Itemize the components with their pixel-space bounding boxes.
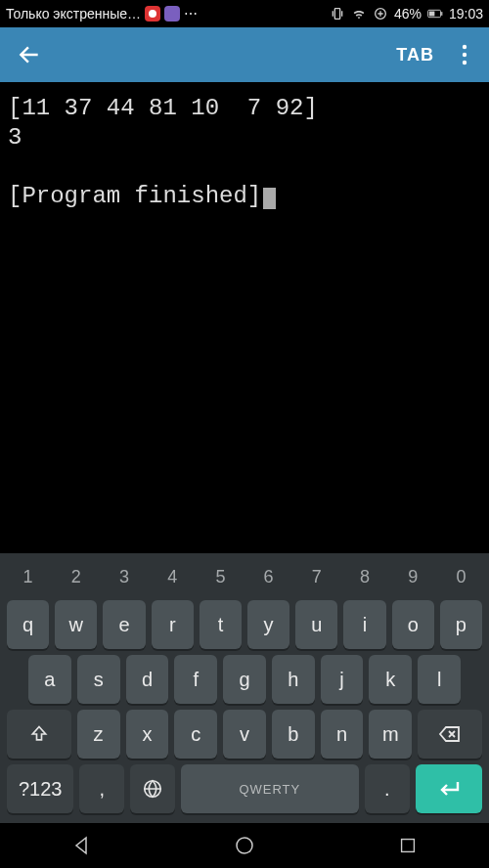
key-q[interactable]: q	[7, 600, 49, 649]
key-0[interactable]: 0	[440, 559, 482, 594]
key-2[interactable]: 2	[55, 559, 97, 594]
svg-rect-3	[441, 12, 442, 16]
key-v[interactable]: v	[223, 710, 266, 759]
key-x[interactable]: x	[126, 710, 169, 759]
key-d[interactable]: d	[126, 655, 169, 704]
more-notifications-icon: ⋯	[184, 6, 199, 22]
language-key[interactable]	[130, 764, 175, 813]
shift-key[interactable]	[7, 710, 71, 759]
key-h[interactable]: h	[272, 655, 315, 704]
key-t[interactable]: t	[200, 600, 242, 649]
key-e[interactable]: e	[103, 600, 145, 649]
terminal-output[interactable]: [11 37 44 81 10 7 92] 3 [Program finishe…	[0, 82, 489, 553]
svg-point-5	[463, 45, 467, 49]
key-6[interactable]: 6	[247, 559, 289, 594]
clock: 19:03	[449, 6, 483, 22]
key-l[interactable]: l	[418, 655, 461, 704]
nav-home-button[interactable]	[215, 826, 274, 865]
key-c[interactable]: c	[174, 710, 217, 759]
data-saver-icon	[373, 6, 388, 22]
svg-rect-10	[401, 840, 414, 852]
key-a[interactable]: a	[28, 655, 71, 704]
key-z[interactable]: z	[77, 710, 120, 759]
key-j[interactable]: j	[321, 655, 364, 704]
terminal-line: [11 37 44 81 10 7 92]	[8, 95, 318, 121]
key-5[interactable]: 5	[200, 559, 242, 594]
key-k[interactable]: k	[369, 655, 412, 704]
nav-back-button[interactable]	[52, 826, 111, 865]
terminal-cursor	[263, 188, 276, 209]
wifi-icon	[351, 6, 367, 22]
key-o[interactable]: o	[392, 600, 434, 649]
period-key[interactable]: .	[365, 764, 410, 813]
key-m[interactable]: m	[369, 710, 412, 759]
nav-recents-button[interactable]	[378, 826, 437, 865]
app-bar: TAB	[0, 27, 489, 82]
vibrate-icon	[330, 6, 345, 22]
android-nav-bar	[0, 823, 489, 868]
svg-point-9	[237, 838, 252, 853]
battery-percent: 46%	[394, 6, 422, 22]
terminal-line: 3	[8, 124, 22, 151]
key-7[interactable]: 7	[295, 559, 337, 594]
spacebar[interactable]: QWERTY	[181, 764, 359, 813]
overflow-menu-button[interactable]	[450, 35, 479, 74]
enter-key[interactable]	[416, 764, 482, 813]
soft-keyboard: 1234567890 qwertyuiop asdfghjkl zxcvbnm …	[0, 553, 489, 823]
back-button[interactable]	[10, 35, 49, 74]
notification-icon	[145, 6, 160, 22]
key-f[interactable]: f	[174, 655, 217, 704]
notification-icon-2	[164, 6, 180, 22]
tab-button[interactable]: TAB	[388, 39, 442, 71]
key-g[interactable]: g	[223, 655, 266, 704]
key-i[interactable]: i	[343, 600, 385, 649]
backspace-key[interactable]	[418, 710, 482, 759]
key-9[interactable]: 9	[392, 559, 434, 594]
key-p[interactable]: p	[440, 600, 482, 649]
svg-point-7	[463, 61, 467, 65]
key-u[interactable]: u	[295, 600, 337, 649]
status-bar: Только экстренные… ⋯ 46% 19:03	[0, 0, 489, 27]
key-y[interactable]: y	[247, 600, 289, 649]
key-3[interactable]: 3	[103, 559, 145, 594]
carrier-text: Только экстренные…	[6, 6, 141, 22]
terminal-line: [Program finished]	[8, 183, 261, 209]
key-8[interactable]: 8	[343, 559, 385, 594]
key-r[interactable]: r	[152, 600, 194, 649]
key-4[interactable]: 4	[152, 559, 194, 594]
key-w[interactable]: w	[55, 600, 97, 649]
svg-rect-4	[429, 12, 435, 17]
key-s[interactable]: s	[77, 655, 120, 704]
key-b[interactable]: b	[272, 710, 315, 759]
key-1[interactable]: 1	[7, 559, 49, 594]
svg-rect-0	[334, 9, 339, 20]
key-n[interactable]: n	[321, 710, 364, 759]
symbols-key[interactable]: ?123	[7, 764, 73, 813]
svg-point-6	[463, 53, 467, 57]
battery-icon	[427, 6, 443, 22]
comma-key[interactable]: ,	[79, 764, 124, 813]
